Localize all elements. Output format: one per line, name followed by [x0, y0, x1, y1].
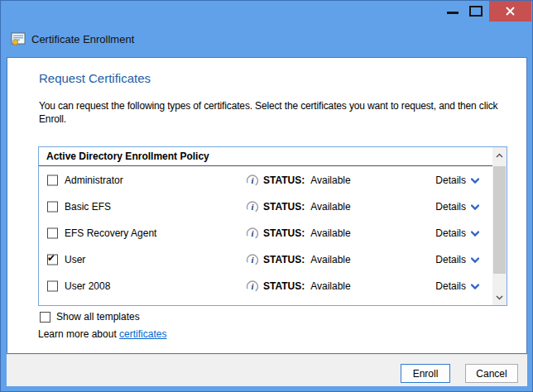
certificate-checkbox[interactable]	[47, 202, 58, 213]
show-all-templates-checkbox[interactable]	[40, 312, 50, 323]
status-group: i STATUS: Available	[246, 200, 351, 213]
info-icon: i	[246, 227, 259, 240]
certificate-name: Administrator	[65, 174, 123, 186]
status-label: STATUS:	[263, 201, 305, 213]
window-title-area: Certificate Enrollment	[11, 32, 134, 45]
certificate-checkbox[interactable]	[47, 255, 58, 265]
status-group: i STATUS: Available	[246, 174, 351, 187]
chevron-down-icon	[471, 257, 479, 263]
details-expander[interactable]: Details	[435, 174, 479, 186]
status-group: i STATUS: Available	[246, 280, 351, 293]
vertical-scrollbar[interactable]	[492, 147, 507, 305]
chevron-down-icon	[496, 295, 503, 300]
status-value: Available	[310, 254, 350, 265]
status-value: Available	[310, 174, 350, 186]
chevron-down-icon	[471, 178, 479, 184]
certificates-link[interactable]: certificates	[119, 328, 166, 340]
scroll-down-button[interactable]	[492, 290, 507, 304]
info-icon: i	[246, 200, 259, 213]
scroll-up-button[interactable]	[492, 148, 507, 162]
status-label: STATUS:	[263, 227, 305, 239]
certificate-template-list: Active Directory Enrollment Policy Admin…	[38, 146, 507, 306]
status-value: Available	[310, 280, 350, 292]
details-expander[interactable]: Details	[435, 201, 479, 213]
table-row: EFS Recovery Agent i STATUS: Available D…	[39, 220, 492, 246]
footer-bar: Enroll Cancel	[7, 354, 527, 386]
list-header: Active Directory Enrollment Policy	[39, 147, 492, 166]
cancel-button[interactable]: Cancel	[465, 364, 518, 383]
list-rows: Administrator i STATUS: Available Detail…	[39, 167, 492, 299]
chevron-down-icon	[471, 204, 479, 210]
close-button[interactable]	[489, 1, 531, 22]
table-row: User i STATUS: Available Details	[39, 246, 492, 273]
certificate-name: Basic EFS	[65, 201, 111, 213]
minimize-button[interactable]	[447, 12, 459, 14]
table-row: User 2008 i STATUS: Available Details	[39, 273, 492, 299]
enroll-button[interactable]: Enroll	[401, 364, 450, 383]
svg-text:i: i	[251, 255, 254, 265]
status-label: STATUS:	[263, 174, 305, 186]
maximize-button[interactable]	[469, 6, 483, 17]
status-label: STATUS:	[263, 280, 305, 292]
certificate-name: User 2008	[65, 280, 110, 292]
certificate-checkbox[interactable]	[47, 228, 58, 239]
details-expander[interactable]: Details	[435, 227, 479, 239]
info-icon: i	[246, 174, 259, 187]
page-title: Request Certificates	[39, 71, 151, 85]
status-label: STATUS:	[263, 254, 305, 265]
status-value: Available	[310, 227, 350, 239]
svg-text:i: i	[251, 202, 254, 212]
certificate-name: User	[65, 254, 85, 265]
show-all-templates-label: Show all templates	[56, 311, 140, 323]
info-icon: i	[246, 253, 259, 266]
chevron-down-icon	[471, 284, 479, 289]
details-expander[interactable]: Details	[435, 254, 479, 265]
chevron-up-icon	[496, 153, 503, 158]
certificate-checkbox[interactable]	[47, 175, 58, 186]
window-title: Certificate Enrollment	[31, 33, 134, 45]
main-panel: Request Certificates You can request the…	[7, 57, 527, 354]
svg-text:i: i	[251, 175, 254, 185]
close-icon	[505, 6, 516, 17]
status-group: i STATUS: Available	[246, 227, 351, 240]
svg-text:i: i	[251, 281, 254, 291]
learn-more-text: Learn more about certificates	[38, 328, 166, 340]
scroll-thumb[interactable]	[493, 166, 506, 274]
page-description: You can request the following types of c…	[39, 99, 507, 126]
svg-text:i: i	[251, 228, 254, 238]
certificate-enrollment-window: Certificate Enrollment Request Certifica…	[0, 0, 533, 392]
status-value: Available	[310, 201, 350, 213]
table-row: Administrator i STATUS: Available Detail…	[39, 167, 492, 194]
show-all-templates: Show all templates	[40, 311, 140, 323]
table-row: Basic EFS i STATUS: Available Details	[39, 194, 492, 220]
details-expander[interactable]: Details	[435, 280, 479, 292]
certificate-checkbox[interactable]	[47, 281, 58, 292]
chevron-down-icon	[471, 231, 479, 237]
status-group: i STATUS: Available	[246, 253, 351, 266]
certificate-name: EFS Recovery Agent	[65, 227, 156, 239]
certificate-icon	[11, 32, 26, 45]
info-icon: i	[246, 280, 259, 293]
